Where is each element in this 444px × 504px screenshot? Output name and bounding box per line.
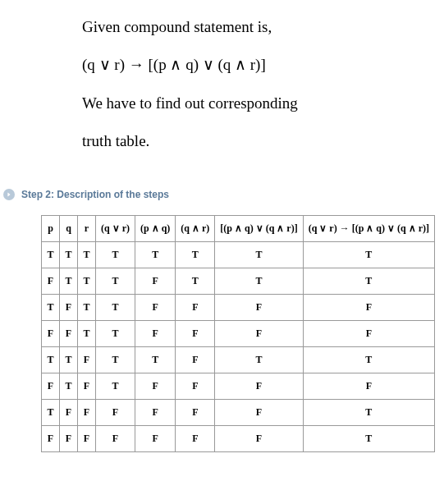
table-row: FFFFFFFT	[42, 425, 435, 451]
step-title: Step 2: Description of the steps	[21, 189, 169, 200]
table-cell: F	[42, 320, 60, 346]
table-cell: F	[303, 320, 434, 346]
col-impl: (q ∨ r) → [(p ∧ q) ∨ (q ∧ r)]	[303, 215, 434, 241]
table-cell: F	[135, 294, 176, 320]
table-row: FTTTFTTT	[42, 268, 435, 294]
table-row: TFFFFFFT	[42, 399, 435, 425]
table-cell: T	[96, 373, 135, 399]
intro-line-3: We have to find out corresponding	[82, 91, 411, 116]
table-cell: F	[78, 373, 96, 399]
table-cell: T	[60, 268, 78, 294]
table-cell: T	[176, 241, 215, 268]
table-cell: T	[60, 373, 78, 399]
table-cell: F	[215, 320, 303, 346]
col-disj: [(p ∧ q) ∨ (q ∧ r)]	[215, 215, 303, 241]
table-cell: T	[96, 241, 135, 268]
table-cell: T	[96, 346, 135, 373]
intro-section: Given compound statement is, (q ∨ r) → […	[0, 0, 444, 184]
table-cell: F	[303, 373, 434, 399]
table-cell: T	[96, 294, 135, 320]
table-cell: T	[96, 268, 135, 294]
table-cell: T	[78, 294, 96, 320]
table-cell: T	[96, 320, 135, 346]
table-cell: T	[135, 241, 176, 268]
truth-table: p q r (q ∨ r) (p ∧ q) (q ∧ r) [(p ∧ q) ∨…	[41, 215, 435, 452]
table-cell: F	[60, 399, 78, 425]
table-cell: T	[303, 399, 434, 425]
table-cell: T	[60, 346, 78, 373]
table-cell: T	[78, 320, 96, 346]
table-cell: T	[78, 241, 96, 268]
table-cell: F	[78, 346, 96, 373]
col-r: r	[78, 215, 96, 241]
table-row: FFTTFFFF	[42, 320, 435, 346]
table-cell: F	[215, 399, 303, 425]
intro-line-2: (q ∨ r) → [(p ∧ q) ∨ (q ∧ r)]	[82, 53, 411, 77]
table-row: TTTTTTTT	[42, 241, 435, 268]
table-cell: T	[303, 346, 434, 373]
table-row: FTFTFFFF	[42, 373, 435, 399]
table-row: TFTTFFFF	[42, 294, 435, 320]
table-cell: F	[60, 294, 78, 320]
truth-table-container: p q r (q ∨ r) (p ∧ q) (q ∧ r) [(p ∧ q) ∨…	[0, 215, 444, 452]
table-cell: F	[176, 399, 215, 425]
table-cell: F	[42, 425, 60, 451]
table-cell: F	[176, 425, 215, 451]
table-cell: F	[78, 399, 96, 425]
col-qvr: (q ∨ r)	[96, 215, 135, 241]
table-row: TTFTTFTT	[42, 346, 435, 373]
table-cell: F	[215, 373, 303, 399]
table-cell: F	[60, 425, 78, 451]
table-cell: T	[176, 268, 215, 294]
table-cell: T	[42, 346, 60, 373]
table-cell: F	[176, 320, 215, 346]
col-p: p	[42, 215, 60, 241]
table-cell: F	[176, 294, 215, 320]
table-header-row: p q r (q ∨ r) (p ∧ q) (q ∧ r) [(p ∧ q) ∨…	[42, 215, 435, 241]
table-cell: F	[135, 373, 176, 399]
table-cell: T	[215, 346, 303, 373]
table-cell: T	[303, 241, 434, 268]
table-cell: T	[303, 425, 434, 451]
table-cell: F	[135, 399, 176, 425]
table-cell: T	[60, 241, 78, 268]
table-cell: T	[42, 399, 60, 425]
table-cell: T	[42, 241, 60, 268]
table-cell: F	[135, 320, 176, 346]
table-cell: T	[215, 268, 303, 294]
table-cell: F	[215, 294, 303, 320]
table-cell: F	[176, 373, 215, 399]
table-cell: T	[303, 268, 434, 294]
table-cell: F	[135, 268, 176, 294]
step-header: Step 2: Description of the steps	[0, 184, 444, 205]
table-cell: F	[42, 373, 60, 399]
col-paq: (p ∧ q)	[135, 215, 176, 241]
table-cell: T	[78, 268, 96, 294]
table-cell: F	[96, 399, 135, 425]
table-cell: F	[176, 346, 215, 373]
arrow-right-icon	[3, 189, 15, 200]
intro-line-1: Given compound statement is,	[82, 15, 411, 39]
table-cell: T	[135, 346, 176, 373]
table-cell: T	[215, 241, 303, 268]
table-cell: F	[60, 320, 78, 346]
table-cell: F	[135, 425, 176, 451]
table-cell: F	[303, 294, 434, 320]
col-q: q	[60, 215, 78, 241]
table-body: TTTTTTTTFTTTFTTTTFTTFFFFFFTTFFFFTTFTTFTT…	[42, 241, 435, 451]
table-cell: F	[96, 425, 135, 451]
table-cell: F	[42, 268, 60, 294]
intro-line-4: truth table.	[82, 129, 411, 153]
table-cell: F	[215, 425, 303, 451]
table-cell: F	[78, 425, 96, 451]
col-qar: (q ∧ r)	[176, 215, 215, 241]
table-cell: T	[42, 294, 60, 320]
